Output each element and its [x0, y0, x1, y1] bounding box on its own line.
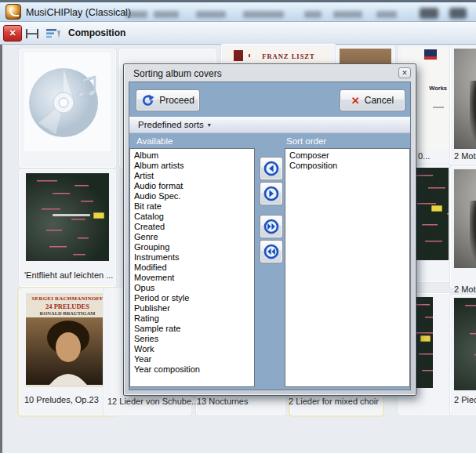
available-list-item[interactable]: Album: [134, 150, 254, 161]
available-list-item[interactable]: Bit rate: [134, 201, 254, 212]
blurred-menu-item: [243, 11, 284, 18]
blurred-tray-icon: [449, 8, 467, 19]
album-title-label[interactable]: 'Entflieht auf leichten ...: [24, 270, 113, 280]
album-title-label[interactable]: 2 Lieder for mixed choir: [289, 397, 379, 406]
album-cover[interactable]: [454, 298, 476, 390]
available-list-item[interactable]: Year composition: [134, 364, 254, 375]
dg-logo: [93, 212, 104, 219]
available-list-item[interactable]: Audio Spec.: [134, 191, 254, 201]
dialog-title: Sorting album covers: [133, 68, 222, 79]
predefined-sorts-label: Predefined sorts: [138, 120, 204, 129]
available-list-item[interactable]: Rating: [134, 313, 254, 324]
available-list-item[interactable]: Genre: [134, 232, 254, 242]
available-list-item[interactable]: Sample rate: [134, 324, 254, 334]
dialog-body: Proceed ✕ Cancel Predefined sorts ▾ Avai…: [129, 82, 411, 390]
available-list-item[interactable]: Movement: [134, 273, 254, 283]
proceed-icon: [141, 94, 154, 107]
album-title-label[interactable]: 2 Mote: [454, 284, 476, 294]
available-list-item[interactable]: Catalog: [134, 212, 254, 222]
album-title-label[interactable]: 12 Lieder von Schube...: [107, 397, 198, 406]
dg-logo: [420, 335, 431, 342]
available-header: Available: [136, 136, 173, 146]
portrait-art: [470, 81, 476, 149]
double-arrow-left-circle-icon: [263, 244, 279, 259]
cancel-button[interactable]: ✕ Cancel: [340, 89, 405, 111]
cover-text-lines: [454, 298, 476, 390]
sort-order-list[interactable]: ComposerComposition: [285, 148, 410, 387]
available-list-item[interactable]: Work: [134, 344, 254, 354]
sort-button[interactable]: [42, 25, 64, 42]
sort-order-list-item[interactable]: Composer: [289, 150, 409, 161]
blurred-tray-icon: [420, 8, 438, 19]
blurred-menu-item: [376, 11, 397, 18]
portrait-art: [26, 317, 109, 385]
arrow-right-circle-icon: [263, 186, 279, 201]
chevron-down-icon: ▾: [208, 121, 211, 129]
double-arrow-right-circle-icon: [263, 219, 279, 234]
window-left-border: [0, 45, 2, 453]
main-toolbar: ✕ Composition: [0, 22, 476, 45]
album-cover[interactable]: [454, 49, 476, 149]
cover-artist-text: SERGEI RACHMANINOFF: [26, 295, 109, 303]
dialog-close-button[interactable]: ✕: [398, 67, 411, 78]
sorting-dialog: Sorting album covers ✕ Proceed ✕ Cancel …: [123, 63, 416, 396]
proceed-button[interactable]: Proceed: [136, 89, 200, 111]
available-list-item[interactable]: Artist: [134, 171, 254, 181]
close-view-button[interactable]: ✕: [3, 25, 22, 42]
cover-caption-band: [53, 214, 90, 216]
available-list-item[interactable]: Period or style: [134, 293, 254, 303]
fit-width-icon: [25, 28, 39, 39]
album-cover[interactable]: [454, 169, 476, 268]
move-left-button[interactable]: [260, 157, 283, 180]
album-title-label[interactable]: 2 Piece: [454, 395, 476, 404]
move-all-left-button[interactable]: [260, 240, 283, 263]
move-right-button[interactable]: [260, 182, 283, 205]
available-list-item[interactable]: Instruments: [134, 252, 254, 263]
available-list-item[interactable]: Publisher: [134, 303, 254, 313]
blurred-menu-item: [154, 11, 179, 18]
arrow-left-circle-icon: [263, 161, 279, 176]
sort-descending-icon: [45, 27, 61, 40]
fit-width-button[interactable]: [23, 25, 42, 42]
sort-order-list-item[interactable]: Composition: [289, 161, 409, 171]
blurred-menu-item: [333, 11, 362, 18]
cover-text-line: [433, 107, 444, 108]
close-icon: ✕: [9, 28, 16, 38]
proceed-label: Proceed: [159, 95, 194, 106]
cover-title-text: 24 PRELUDES: [26, 303, 109, 311]
music-note-icon: ♫: [73, 63, 100, 104]
blurred-menu-item: [125, 11, 147, 18]
available-list-item[interactable]: Modified: [134, 263, 254, 273]
cover-performer-text: RONALD BRAUTIGAM: [26, 310, 109, 317]
album-title-label[interactable]: 2 Mote: [454, 151, 476, 161]
cover-emblem: [234, 50, 243, 61]
available-list-item[interactable]: Album artists: [134, 161, 254, 171]
album-title-label[interactable]: 13 Nocturnes: [197, 397, 248, 406]
dg-logo: [431, 205, 442, 212]
available-list-item[interactable]: Series: [134, 334, 254, 344]
album-title-label[interactable]: 10 Preludes, Op.23: [24, 395, 99, 404]
available-list[interactable]: AlbumAlbum artistsArtistAudio formatAudi…: [129, 148, 255, 387]
app-window: MusiCHIPlay (Classical) ✕: [0, 0, 476, 453]
available-list-item[interactable]: Created: [134, 222, 254, 232]
sort-order-header: Sort order: [286, 136, 326, 146]
blurred-menu-item: [304, 11, 322, 18]
available-list-item[interactable]: Opus: [134, 283, 254, 293]
close-icon: ✕: [402, 70, 408, 77]
blurred-menu-item: [196, 11, 226, 18]
move-all-right-button[interactable]: [260, 215, 283, 238]
album-cover[interactable]: [26, 173, 109, 261]
current-view-label: Composition: [68, 27, 125, 38]
cancel-icon: ✕: [351, 96, 360, 106]
app-logo-icon: [5, 4, 21, 20]
album-title-label[interactable]: 0...: [418, 151, 430, 161]
portrait-art: [470, 201, 476, 268]
available-list-item[interactable]: Grouping: [134, 242, 254, 252]
cancel-label: Cancel: [365, 95, 394, 106]
label-logo: [424, 49, 437, 60]
predefined-sorts-menu[interactable]: Predefined sorts ▾: [129, 117, 410, 133]
available-list-item[interactable]: Year: [134, 354, 254, 364]
available-list-item[interactable]: Audio format: [134, 181, 254, 191]
album-cover[interactable]: SERGEI RACHMANINOFF 24 PRELUDES RONALD B…: [26, 293, 109, 387]
album-cover-placeholder[interactable]: ♫: [24, 53, 111, 151]
